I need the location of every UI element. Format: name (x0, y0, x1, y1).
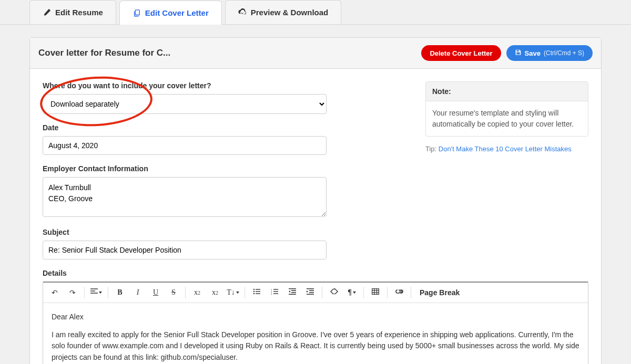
employer-textarea[interactable]: Alex Turnbull CEO, Groove (43, 177, 327, 217)
toolbar-separator (387, 287, 388, 298)
tip-text: Tip: Don't Make These 10 Cover Letter Mi… (425, 145, 588, 153)
svg-rect-9 (256, 293, 260, 294)
svg-rect-7 (256, 289, 260, 289)
save-label: Save (525, 49, 541, 57)
tab-label: Edit Cover Letter (145, 8, 209, 17)
link-icon (395, 288, 403, 297)
svg-rect-21 (307, 288, 314, 289)
editor-paragraph: I am really excited to apply for the Sen… (52, 329, 579, 363)
svg-rect-16 (289, 288, 296, 289)
tab-label: Preview & Download (251, 8, 329, 17)
svg-text:3: 3 (271, 293, 272, 295)
indent-button[interactable] (302, 285, 319, 300)
unordered-list-button[interactable] (248, 285, 265, 300)
rich-text-editor: ↶ ↷ B I U S x2 x2 T↓ 123 ¶ (43, 282, 588, 364)
svg-rect-26 (372, 289, 379, 295)
save-shortcut: (Ctrl/Cmd + S) (544, 49, 584, 57)
details-label: Details (43, 269, 413, 277)
align-left-icon (90, 288, 98, 297)
svg-marker-20 (289, 290, 290, 293)
italic-button[interactable]: I (129, 285, 146, 300)
clear-format-button[interactable]: T↓ (225, 285, 241, 300)
toolbar-separator (108, 287, 108, 298)
date-label: Date (43, 123, 413, 132)
header-actions: Delete Cover Letter Save (Ctrl/Cmd + S) (421, 45, 593, 61)
svg-marker-25 (307, 290, 308, 293)
svg-point-4 (253, 289, 255, 290)
svg-rect-24 (307, 294, 314, 295)
chevron-down-icon (99, 292, 102, 294)
svg-rect-0 (135, 9, 139, 15)
strikethrough-button[interactable]: S (165, 285, 182, 300)
tab-edit-resume[interactable]: Edit Resume (29, 0, 116, 24)
tab-edit-cover-letter[interactable]: Edit Cover Letter (119, 1, 222, 25)
note-box: Note: Your resume's template and styling… (425, 81, 588, 137)
underline-button[interactable]: U (147, 285, 164, 300)
svg-rect-15 (273, 293, 278, 294)
include-label: Where do you want to include your cover … (43, 81, 413, 90)
tip-link[interactable]: Don't Make These 10 Cover Letter Mistake… (439, 145, 572, 153)
save-disk-icon (515, 49, 522, 57)
toolbar-separator (84, 287, 85, 298)
note-body: Your resume's template and styling will … (426, 101, 588, 136)
table-icon (372, 288, 379, 297)
editor-content[interactable]: Dear Alex I am really excited to apply f… (43, 303, 588, 364)
page-break-button[interactable]: Page Break (414, 285, 465, 300)
undo-icon: ↶ (52, 288, 58, 297)
align-menu-button[interactable] (88, 285, 105, 300)
employer-label: Employer Contact Information (43, 164, 413, 173)
note-title: Note: (426, 82, 588, 101)
table-button[interactable] (367, 285, 384, 300)
clear-format-icon: T↓ (227, 288, 235, 297)
bold-button[interactable]: B (111, 285, 128, 300)
outdent-icon (289, 288, 296, 297)
subject-label: Subject (43, 228, 413, 236)
chevron-down-icon (236, 292, 239, 294)
editor-greeting: Dear Alex (52, 311, 579, 323)
cover-letter-card: Cover letter for Resume for C... Delete … (29, 37, 602, 364)
toolbar-separator (322, 287, 322, 298)
include-select[interactable]: Download separately (43, 94, 327, 114)
tabs-bar: Edit Resume Edit Cover Letter Preview & … (0, 0, 631, 25)
delete-cover-letter-button[interactable]: Delete Cover Letter (421, 45, 501, 61)
redo-button[interactable]: ↷ (64, 285, 81, 300)
copy-icon (133, 9, 141, 17)
tip-prefix: Tip: (425, 145, 439, 153)
svg-rect-19 (289, 294, 296, 295)
svg-rect-18 (291, 292, 296, 293)
svg-point-5 (253, 291, 255, 292)
bullet-list-icon (253, 288, 260, 297)
card-header: Cover letter for Resume for C... Delete … (30, 38, 601, 69)
svg-rect-8 (256, 291, 260, 292)
toolbar-separator (363, 287, 364, 298)
ordered-list-button[interactable]: 123 (266, 285, 283, 300)
eraser-button[interactable] (325, 285, 342, 300)
subject-input[interactable] (43, 241, 327, 259)
tab-label: Edit Resume (55, 8, 103, 17)
svg-rect-13 (273, 289, 278, 289)
link-button[interactable] (391, 285, 408, 300)
tab-preview-download[interactable]: Preview & Download (225, 0, 342, 24)
superscript-button[interactable]: x2 (207, 285, 223, 300)
undo-button[interactable]: ↶ (46, 285, 63, 300)
cloud-download-icon (238, 8, 247, 17)
editor-toolbar: ↶ ↷ B I U S x2 x2 T↓ 123 ¶ (43, 283, 588, 303)
svg-rect-14 (273, 291, 278, 292)
redo-icon: ↷ (69, 288, 76, 297)
toolbar-separator (185, 287, 186, 298)
toolbar-separator (411, 287, 411, 298)
chevron-down-icon (353, 292, 356, 294)
delete-label: Delete Cover Letter (430, 49, 492, 57)
subscript-button[interactable]: x2 (189, 285, 206, 300)
paragraph-menu-button[interactable]: ¶ (343, 285, 360, 300)
save-button[interactable]: Save (Ctrl/Cmd + S) (506, 45, 593, 61)
pencil-square-icon (43, 8, 51, 17)
date-input[interactable] (43, 136, 327, 155)
toolbar-separator (245, 287, 245, 298)
pilcrow-icon: ¶ (348, 288, 352, 297)
outdent-button[interactable] (284, 285, 301, 300)
indent-icon (307, 288, 314, 297)
svg-rect-22 (309, 290, 314, 292)
svg-rect-23 (309, 292, 314, 293)
eraser-icon (330, 288, 338, 297)
